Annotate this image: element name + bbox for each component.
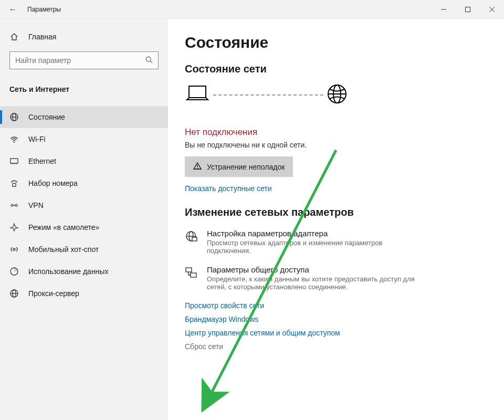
adapter-icon <box>185 229 198 244</box>
svg-point-18 <box>13 248 15 250</box>
search-icon <box>145 56 153 65</box>
search-input[interactable] <box>15 56 145 65</box>
sidebar-item-label: Ethernet <box>28 157 56 165</box>
page-title: Состояние <box>185 34 487 51</box>
wifi-icon <box>9 134 19 144</box>
home-icon <box>9 33 19 41</box>
option-sharing-title: Параметры общего доступа <box>207 265 427 274</box>
sidebar-item-label: Прокси-сервер <box>28 289 79 298</box>
titlebar: ← Параметры <box>0 0 504 19</box>
ethernet-icon <box>9 156 19 166</box>
status-heading: Состояние сети <box>185 63 487 75</box>
sidebar-item-label: VPN <box>28 201 44 209</box>
proxy-icon <box>9 289 19 298</box>
option-adapter-desc: Просмотр сетевых адаптеров и изменение п… <box>207 239 427 255</box>
svg-rect-33 <box>186 268 192 272</box>
sidebar-item-label: Wi-Fi <box>28 135 46 143</box>
option-sharing[interactable]: Параметры общего доступа Определите, к к… <box>185 265 487 291</box>
svg-rect-14 <box>13 183 16 186</box>
network-diagram <box>185 83 487 106</box>
sharing-icon <box>185 265 198 280</box>
svg-rect-23 <box>189 86 206 98</box>
sidebar-nav: Состояние Wi-Fi Ethernet Набор номера <box>0 106 168 304</box>
svg-point-16 <box>15 204 17 206</box>
sidebar-item-status[interactable]: Состояние <box>0 106 168 128</box>
option-adapter-title: Настройка параметров адаптера <box>207 229 427 238</box>
sidebar-item-vpn[interactable]: VPN <box>0 194 168 216</box>
sidebar-item-datausage[interactable]: Использование данных <box>0 260 168 282</box>
sidebar-item-hotspot[interactable]: Мобильный хот-спот <box>0 238 168 260</box>
svg-point-4 <box>146 57 151 61</box>
sidebar-home[interactable]: Главная <box>0 28 168 45</box>
warning-icon <box>193 162 202 172</box>
globe-icon <box>327 83 348 106</box>
svg-point-15 <box>11 204 13 206</box>
connection-line <box>213 94 323 96</box>
option-adapter[interactable]: Настройка параметров адаптера Просмотр с… <box>185 229 487 255</box>
airplane-icon <box>9 223 19 232</box>
option-sharing-desc: Определите, к каким данным вы хотите пре… <box>207 275 427 291</box>
status-title: Нет подключения <box>185 127 487 138</box>
link-network-reset[interactable]: Сброс сети <box>185 342 487 351</box>
maximize-button[interactable] <box>456 0 480 19</box>
data-usage-icon <box>9 267 19 276</box>
link-network-props[interactable]: Просмотр свойств сети <box>185 301 487 310</box>
troubleshoot-label: Устранение неполадок <box>207 163 285 171</box>
sidebar-item-label: Состояние <box>28 113 65 121</box>
hotspot-icon <box>9 245 19 254</box>
status-subtitle: Вы не подключены ни к одной сети. <box>185 141 487 149</box>
sidebar-item-wifi[interactable]: Wi-Fi <box>0 128 168 150</box>
svg-line-5 <box>150 61 152 63</box>
vpn-icon <box>9 201 19 210</box>
svg-rect-1 <box>466 7 470 12</box>
sidebar-item-airplane[interactable]: Режим «в самолете» <box>0 216 168 238</box>
svg-rect-34 <box>191 273 196 277</box>
sidebar-section-label: Сеть и Интернет <box>0 79 168 100</box>
sidebar-item-label: Использование данных <box>28 267 108 276</box>
laptop-icon <box>185 84 210 106</box>
sidebar-item-label: Набор номера <box>28 179 78 187</box>
minimize-button[interactable] <box>432 0 456 19</box>
content-area: Состояние Состояние сети Нет подключения… <box>168 19 504 420</box>
search-box[interactable] <box>9 51 159 69</box>
sidebar-item-dialup[interactable]: Набор номера <box>0 172 168 194</box>
status-icon <box>9 112 19 122</box>
back-button[interactable]: ← <box>0 5 25 14</box>
change-params-heading: Изменение сетевых параметров <box>185 206 487 218</box>
svg-point-9 <box>14 142 15 143</box>
sidebar-item-proxy[interactable]: Прокси-сервер <box>0 282 168 304</box>
dialup-icon <box>9 178 19 188</box>
sidebar-item-label: Режим «в самолете» <box>28 223 99 232</box>
svg-rect-32 <box>192 237 197 241</box>
link-firewall[interactable]: Брандмауэр Windows <box>185 315 487 323</box>
link-network-center[interactable]: Центр управления сетями и общим доступом <box>185 329 487 337</box>
sidebar-item-label: Мобильный хот-спот <box>28 245 99 254</box>
show-networks-link[interactable]: Показать доступные сети <box>185 184 487 193</box>
sidebar-home-label: Главная <box>28 33 56 41</box>
svg-rect-10 <box>10 159 18 163</box>
svg-point-28 <box>197 167 198 169</box>
close-button[interactable] <box>480 0 504 19</box>
troubleshoot-button[interactable]: Устранение неполадок <box>185 156 293 177</box>
sidebar-item-ethernet[interactable]: Ethernet <box>0 150 168 172</box>
window-title: Параметры <box>25 6 432 13</box>
sidebar: Главная Сеть и Интернет Состояние Wi-Fi <box>0 19 168 420</box>
